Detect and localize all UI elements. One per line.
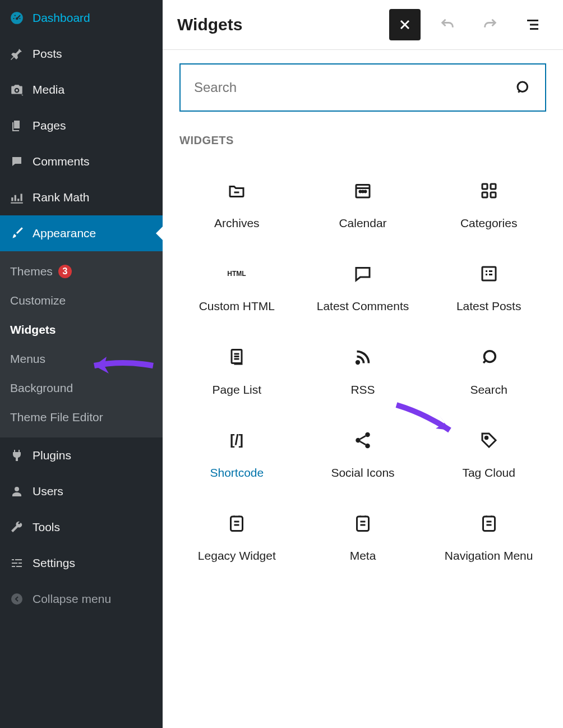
admin-sidebar: Dashboard Posts Media Pages Comments Ran… bbox=[0, 0, 163, 728]
sidebar-item-tools[interactable]: Tools bbox=[0, 509, 163, 545]
undo-icon bbox=[440, 17, 455, 33]
widget-label: Search bbox=[470, 382, 507, 398]
sidebar-item-pages[interactable]: Pages bbox=[0, 108, 163, 144]
sidebar-item-label: Comments bbox=[33, 155, 90, 168]
widget-rss[interactable]: RSS bbox=[306, 340, 421, 403]
calendar-icon bbox=[352, 179, 374, 202]
widget-custom-html[interactable]: HTML Custom HTML bbox=[179, 257, 294, 320]
submenu-label: Background bbox=[10, 381, 73, 395]
list-view-icon bbox=[524, 16, 541, 33]
sidebar-item-rankmath[interactable]: Rank Math bbox=[0, 179, 163, 215]
search-widget-icon bbox=[478, 346, 500, 368]
widget-label: Archives bbox=[214, 215, 260, 231]
tag-icon bbox=[478, 429, 500, 451]
sidebar-item-posts[interactable]: Posts bbox=[0, 36, 163, 72]
widget-calendar[interactable]: Calendar bbox=[306, 174, 421, 237]
svg-rect-21 bbox=[357, 517, 368, 531]
svg-text:HTML: HTML bbox=[228, 270, 246, 278]
submenu-item-background[interactable]: Background bbox=[0, 374, 163, 403]
submenu-item-themes[interactable]: Themes 3 bbox=[0, 257, 163, 286]
widget-meta[interactable]: Meta bbox=[306, 506, 421, 569]
submenu-label: Menus bbox=[10, 352, 45, 366]
widget-label: Latest Posts bbox=[456, 298, 522, 314]
widget-page-list[interactable]: Page List bbox=[179, 340, 294, 403]
widget-label: RSS bbox=[350, 382, 375, 398]
sidebar-item-collapse[interactable]: Collapse menu bbox=[0, 581, 163, 617]
svg-rect-20 bbox=[231, 517, 243, 531]
widget-social-icons[interactable]: Social Icons bbox=[306, 423, 421, 486]
submenu-label: Themes bbox=[10, 265, 53, 278]
submenu-label: Widgets bbox=[10, 323, 56, 337]
widget-grid: Archives Calendar Categories HTML Custom… bbox=[179, 174, 546, 570]
brush-icon bbox=[9, 225, 25, 241]
close-icon bbox=[397, 17, 413, 33]
widget-tag-cloud[interactable]: Tag Cloud bbox=[431, 423, 546, 486]
sidebar-item-media[interactable]: Media bbox=[0, 72, 163, 108]
sidebar-item-label: Dashboard bbox=[33, 11, 90, 25]
widget-shortcode[interactable]: [/] Shortcode bbox=[179, 423, 294, 486]
widget-label: Meta bbox=[350, 548, 376, 564]
pages-icon bbox=[9, 118, 25, 133]
svg-rect-7 bbox=[491, 184, 496, 189]
submenu-item-widgets[interactable]: Widgets bbox=[0, 315, 163, 344]
svg-point-17 bbox=[356, 438, 361, 443]
sidebar-item-label: Tools bbox=[33, 520, 60, 534]
redo-icon bbox=[482, 17, 498, 33]
widget-latest-posts[interactable]: Latest Posts bbox=[431, 257, 546, 320]
user-icon bbox=[9, 483, 25, 499]
submenu-label: Customize bbox=[10, 294, 66, 307]
submenu-label: Theme File Editor bbox=[10, 411, 103, 424]
sidebar-item-label: Pages bbox=[33, 119, 66, 132]
sidebar-item-label: Posts bbox=[33, 47, 62, 61]
sidebar-item-appearance[interactable]: Appearance bbox=[0, 215, 163, 251]
widget-categories[interactable]: Categories bbox=[431, 174, 546, 237]
svg-point-19 bbox=[485, 436, 488, 439]
svg-rect-9 bbox=[491, 192, 496, 197]
widget-latest-comments[interactable]: Latest Comments bbox=[306, 257, 421, 320]
collapse-icon bbox=[9, 591, 25, 607]
widget-archives[interactable]: Archives bbox=[179, 174, 294, 237]
sidebar-item-settings[interactable]: Settings bbox=[0, 545, 163, 581]
close-inserter-button[interactable] bbox=[389, 9, 421, 40]
submenu-item-customize[interactable]: Customize bbox=[0, 286, 163, 315]
dashboard-icon bbox=[9, 10, 25, 26]
widget-label: Categories bbox=[460, 215, 518, 231]
sidebar-item-label: Collapse menu bbox=[33, 592, 111, 606]
svg-point-4 bbox=[362, 191, 363, 192]
widget-label: Calendar bbox=[339, 215, 386, 231]
sidebar-item-label: Media bbox=[33, 83, 64, 96]
page-title: Widgets bbox=[177, 15, 242, 34]
svg-rect-22 bbox=[483, 517, 495, 531]
svg-point-13 bbox=[357, 361, 359, 363]
redo-button[interactable] bbox=[474, 9, 506, 40]
widget-search[interactable]: Search bbox=[431, 340, 546, 403]
list-view-button[interactable] bbox=[517, 9, 548, 40]
sidebar-item-comments[interactable]: Comments bbox=[0, 144, 163, 179]
svg-point-14 bbox=[484, 351, 495, 362]
plug-icon bbox=[9, 448, 25, 463]
submenu-item-menus[interactable]: Menus bbox=[0, 344, 163, 374]
svg-point-18 bbox=[365, 444, 370, 449]
sidebar-item-users[interactable]: Users bbox=[0, 473, 163, 509]
update-badge: 3 bbox=[58, 265, 72, 278]
chart-icon bbox=[9, 190, 25, 205]
search-input[interactable] bbox=[194, 80, 515, 95]
categories-icon bbox=[478, 179, 500, 202]
search-field-wrapper[interactable] bbox=[179, 63, 546, 112]
svg-rect-8 bbox=[482, 192, 487, 197]
sidebar-item-label: Rank Math bbox=[33, 191, 90, 204]
widget-navigation-menu[interactable]: Navigation Menu bbox=[431, 506, 546, 569]
undo-button[interactable] bbox=[432, 9, 463, 40]
sidebar-item-plugins[interactable]: Plugins bbox=[0, 437, 163, 473]
submenu-item-theme-file-editor[interactable]: Theme File Editor bbox=[0, 403, 163, 432]
meta-icon bbox=[352, 512, 374, 535]
sidebar-item-label: Plugins bbox=[33, 449, 71, 462]
search-icon bbox=[515, 79, 532, 96]
editor-topbar: Widgets bbox=[163, 0, 563, 50]
widget-label: Legacy Widget bbox=[198, 548, 276, 564]
rss-icon bbox=[352, 346, 374, 368]
widgets-section-label: Widgets bbox=[179, 134, 546, 147]
legacy-widget-icon bbox=[225, 512, 248, 535]
widget-legacy-widget[interactable]: Legacy Widget bbox=[179, 506, 294, 569]
sidebar-item-dashboard[interactable]: Dashboard bbox=[0, 0, 163, 36]
